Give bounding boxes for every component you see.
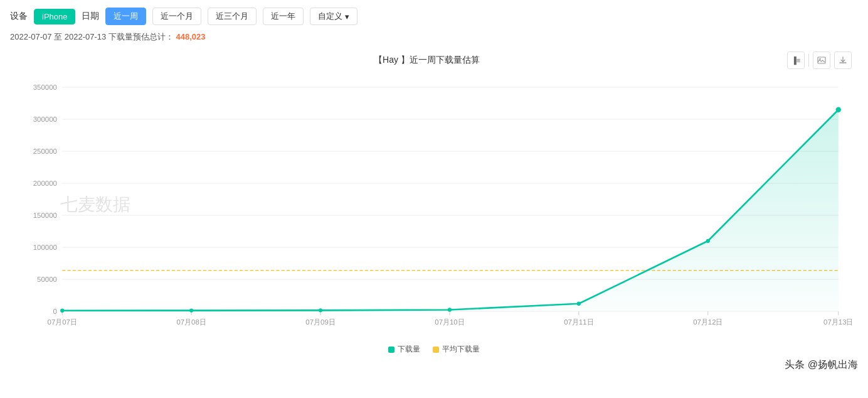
legend-avg-label: 平均下载量 — [442, 344, 480, 355]
legend-downloads-label: 下载量 — [398, 344, 420, 355]
svg-text:0: 0 — [53, 308, 57, 315]
svg-text:07月12日: 07月12日 — [693, 318, 722, 326]
legend-avg-color — [433, 347, 439, 353]
svg-text:07月08日: 07月08日 — [176, 318, 206, 326]
chart-icon-group: ▐≡ — [787, 51, 852, 69]
svg-point-39 — [706, 239, 710, 243]
svg-point-1 — [819, 58, 820, 60]
chevron-down-icon: ▾ — [345, 12, 349, 21]
svg-point-37 — [448, 308, 452, 311]
filter-week-button[interactable]: 近一周 — [105, 8, 146, 25]
legend-downloads: 下载量 — [388, 344, 420, 355]
filter-year-button[interactable]: 近一年 — [263, 8, 304, 25]
svg-text:07月07日: 07月07日 — [48, 318, 77, 326]
chart-container: 【Hay 】近一周下载量估算 ▐≡ 七麦数据 — [10, 51, 858, 355]
svg-text:50000: 50000 — [37, 276, 57, 283]
legend-downloads-color — [388, 347, 394, 353]
device-label: 设备 — [10, 11, 28, 22]
svg-point-36 — [319, 308, 322, 312]
image-icon-btn[interactable] — [813, 51, 830, 69]
chart-header: 【Hay 】近一周下载量估算 ▐≡ — [10, 51, 858, 69]
svg-point-38 — [577, 302, 581, 306]
chart-area: 七麦数据 350000 300000 250000 200000 150000 … — [10, 74, 858, 338]
svg-text:07月09日: 07月09日 — [305, 318, 335, 326]
download-icon-btn[interactable] — [834, 51, 852, 69]
custom-label: 自定义 — [318, 11, 342, 22]
svg-text:07月10日: 07月10日 — [435, 318, 464, 326]
svg-text:350000: 350000 — [33, 83, 57, 91]
date-range-text: 2022-07-07 至 2022-07-13 下载量预估总计： — [10, 32, 174, 41]
device-iphone-button[interactable]: iPhone — [34, 9, 75, 24]
date-range-info: 2022-07-07 至 2022-07-13 下载量预估总计： 448,023 — [10, 31, 858, 43]
svg-point-34 — [60, 309, 64, 313]
chart-title: 【Hay 】近一周下载量估算 — [66, 55, 787, 66]
filter-month-button[interactable]: 近一个月 — [152, 8, 201, 25]
svg-text:250000: 250000 — [33, 148, 57, 155]
svg-text:100000: 100000 — [33, 244, 57, 251]
download-count: 448,023 — [176, 32, 205, 41]
bar-chart-icon-btn[interactable]: ▐≡ — [787, 51, 805, 69]
filter-custom-button[interactable]: 自定义 ▾ — [310, 8, 357, 25]
footer-credit: 头条 @扬帆出海 — [10, 358, 858, 372]
svg-point-35 — [189, 308, 193, 312]
svg-marker-33 — [62, 110, 839, 311]
legend-avg-downloads: 平均下载量 — [433, 344, 480, 355]
svg-text:07月13日: 07月13日 — [823, 318, 853, 326]
svg-text:07月11日: 07月11日 — [564, 318, 593, 326]
chart-legend: 下载量 平均下载量 — [10, 344, 858, 355]
svg-text:150000: 150000 — [33, 212, 57, 219]
toolbar: 设备 iPhone 日期 近一周 近一个月 近三个月 近一年 自定义 ▾ — [10, 8, 858, 25]
svg-text:300000: 300000 — [33, 116, 57, 123]
chart-svg: 350000 300000 250000 200000 150000 10000… — [10, 74, 858, 338]
svg-point-40 — [836, 107, 841, 112]
date-label: 日期 — [82, 11, 99, 22]
svg-text:200000: 200000 — [33, 180, 57, 187]
divider — [808, 54, 809, 67]
filter-three-months-button[interactable]: 近三个月 — [208, 8, 257, 25]
